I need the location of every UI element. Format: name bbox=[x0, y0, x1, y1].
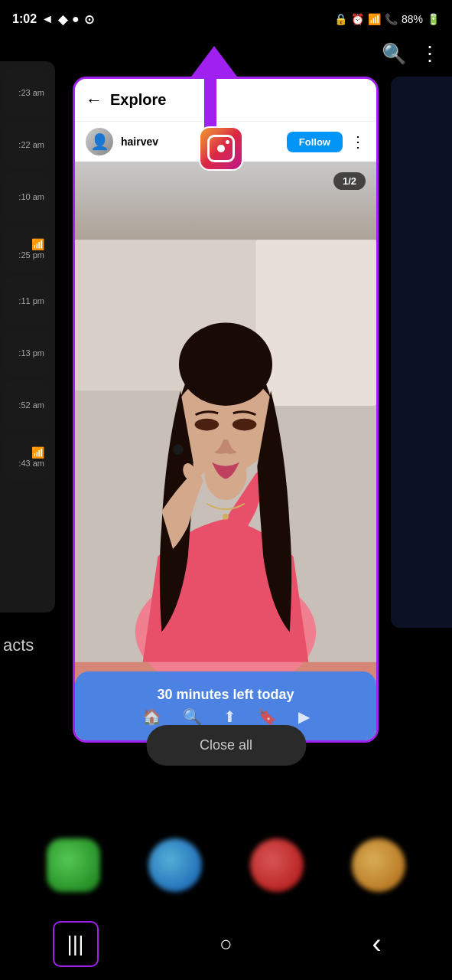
left-strip-time: :25 pm bbox=[18, 250, 44, 260]
left-strip-time: :43 am bbox=[18, 459, 44, 468]
phone-frame: ← Explore 👤 hairvev Follow ⋮ bbox=[73, 77, 379, 743]
instagram-lens-dot bbox=[217, 145, 225, 152]
left-strip-item[interactable]: :23 am bbox=[5, 69, 49, 116]
post-image-figure: 1/2 bbox=[75, 162, 376, 740]
user-avatar[interactable]: 👤 bbox=[86, 128, 113, 155]
dock-icon-red[interactable] bbox=[250, 838, 304, 892]
left-strip-item[interactable]: 📶 :25 pm bbox=[5, 225, 49, 273]
signal-icon: ◆ bbox=[58, 12, 67, 27]
battery-icon: 🔋 bbox=[427, 13, 440, 25]
back-button[interactable]: ‹ bbox=[354, 921, 400, 967]
left-strip-time: :10 am bbox=[18, 192, 44, 201]
svg-point-10 bbox=[223, 514, 229, 520]
screen-time-text: 30 minutes left today bbox=[157, 687, 294, 703]
share-nav-icon: ⬆ bbox=[223, 707, 236, 726]
left-strip-item[interactable]: 📶 :43 am bbox=[5, 433, 49, 481]
instagram-icon-inner bbox=[207, 135, 235, 162]
menu-icon[interactable]: ⋮ bbox=[420, 42, 440, 66]
svg-point-14 bbox=[173, 444, 184, 455]
left-strip: :23 am :22 am :10 am 📶 :25 pm :11 pm :13… bbox=[0, 61, 55, 612]
left-strip-time: :11 pm bbox=[18, 296, 44, 305]
battery-text: 88% bbox=[402, 13, 423, 25]
lock-icon: 🔒 bbox=[334, 13, 347, 25]
counter-badge: 1/2 bbox=[333, 172, 366, 190]
svg-point-8 bbox=[195, 419, 219, 431]
status-left: 1:02 ◄ ◆ ● ⊙ bbox=[12, 12, 94, 27]
recents-button[interactable]: ||| bbox=[53, 921, 99, 967]
left-strip-time: :23 am bbox=[18, 88, 44, 97]
post-image: 1/2 30 minutes left today 🏠 🔍 ⬆ 🔖 ▶ bbox=[75, 162, 376, 740]
wifi-small-icon: 📶 bbox=[31, 238, 44, 250]
instagram-corner-dot bbox=[226, 140, 229, 144]
alarm-icon: ⏰ bbox=[351, 13, 364, 25]
close-all-button[interactable]: Close all bbox=[146, 725, 306, 766]
post-more-icon[interactable]: ⋮ bbox=[350, 132, 366, 151]
follow-button[interactable]: Follow bbox=[287, 132, 343, 152]
home-button[interactable]: ○ bbox=[203, 921, 249, 967]
home-nav-icon: 🏠 bbox=[142, 707, 161, 726]
left-strip-item[interactable]: :10 am bbox=[5, 173, 49, 220]
time: 1:02 bbox=[12, 12, 37, 26]
insta-header: ← Explore bbox=[75, 79, 376, 122]
explore-title: Explore bbox=[110, 91, 366, 109]
acts-label: acts bbox=[0, 635, 34, 655]
screen-time-icons: 🏠 🔍 ⬆ 🔖 ▶ bbox=[142, 707, 310, 726]
left-strip-time: :22 am bbox=[18, 140, 44, 149]
svg-rect-2 bbox=[255, 240, 376, 406]
wifi-icon: 📶 bbox=[368, 13, 381, 25]
wifi-small-icon: 📶 bbox=[31, 446, 44, 459]
svg-point-13 bbox=[201, 456, 212, 473]
avatar-placeholder: 👤 bbox=[90, 132, 109, 151]
arrow-head bbox=[191, 46, 237, 77]
right-blur bbox=[391, 77, 452, 628]
left-strip-item[interactable]: :52 am bbox=[5, 381, 49, 429]
svg-point-9 bbox=[233, 419, 257, 431]
dock-icon-green[interactable] bbox=[47, 838, 100, 892]
left-strip-item[interactable]: :22 am bbox=[5, 121, 49, 168]
call-icon: 📞 bbox=[385, 13, 398, 25]
top-icons: 🔍 ⋮ bbox=[382, 42, 440, 66]
home-icon: ○ bbox=[219, 932, 233, 956]
instagram-icon bbox=[199, 126, 243, 171]
left-strip-item[interactable]: :11 pm bbox=[5, 277, 49, 325]
search-nav-icon: 🔍 bbox=[183, 707, 202, 726]
bottom-dock bbox=[0, 827, 452, 903]
nav-bar: ||| ○ ‹ bbox=[0, 907, 452, 980]
left-strip-time: :52 am bbox=[18, 400, 44, 410]
dock-icon-orange[interactable] bbox=[352, 838, 405, 892]
more-nav-icon: ▶ bbox=[298, 707, 310, 726]
woman-svg bbox=[75, 162, 376, 740]
whatsapp-icon: ● bbox=[72, 12, 80, 26]
recents-icon: ||| bbox=[67, 932, 84, 956]
left-strip-item[interactable]: :13 pm bbox=[5, 329, 49, 377]
instagram-status-icon: ⊙ bbox=[84, 12, 94, 27]
back-nav-icon: ‹ bbox=[372, 928, 382, 960]
status-right: 🔒 ⏰ 📶 📞 88% 🔋 bbox=[334, 13, 440, 25]
search-icon[interactable]: 🔍 bbox=[382, 42, 406, 66]
save-nav-icon: 🔖 bbox=[258, 707, 277, 726]
instagram-app: ← Explore 👤 hairvev Follow ⋮ bbox=[75, 79, 376, 740]
left-strip-time: :13 pm bbox=[18, 348, 44, 358]
back-button[interactable]: ← bbox=[86, 90, 102, 110]
status-bar: 1:02 ◄ ◆ ● ⊙ 🔒 ⏰ 📶 📞 88% 🔋 bbox=[0, 0, 452, 38]
dock-icon-blue[interactable] bbox=[148, 838, 202, 892]
location-icon: ◄ bbox=[41, 12, 54, 26]
